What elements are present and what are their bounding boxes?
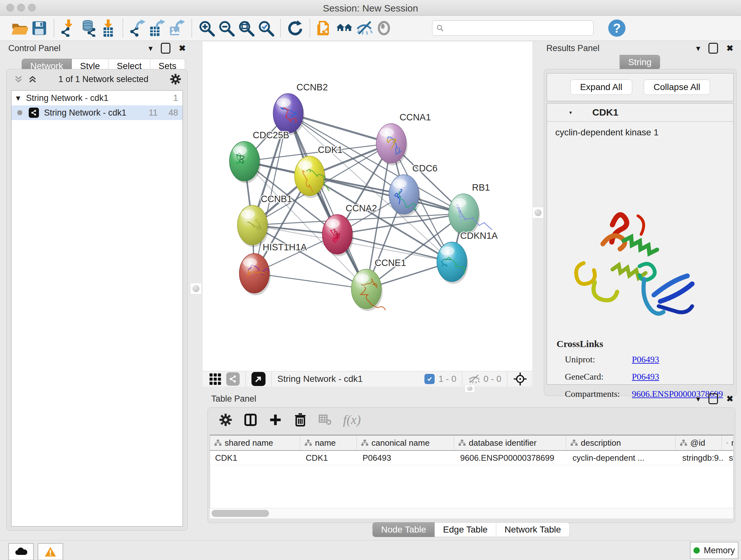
- column-header-description[interactable]: description: [566, 435, 676, 450]
- delete-column-trash-icon[interactable]: [293, 413, 307, 427]
- column-header-name[interactable]: name: [300, 435, 357, 450]
- table-cell[interactable]: P06493: [357, 451, 455, 465]
- table-cell[interactable]: stringdb:9...: [677, 451, 724, 465]
- share-view-icon[interactable]: [226, 372, 240, 386]
- export-network-icon[interactable]: [128, 18, 147, 38]
- selected-checkbox-icon[interactable]: [424, 374, 434, 384]
- column-header--id[interactable]: @id: [676, 435, 722, 450]
- tree-expanded-icon[interactable]: ▾: [16, 93, 20, 103]
- network-options-gear-icon[interactable]: [170, 73, 182, 85]
- warning-status-button[interactable]: [38, 543, 63, 560]
- table-options-gear-icon[interactable]: [219, 413, 232, 427]
- grid-view-icon[interactable]: [208, 372, 222, 386]
- gene-description: cyclin-dependent kinase 1: [547, 122, 733, 138]
- close-results-icon[interactable]: ✖: [726, 44, 733, 53]
- export-table-icon[interactable]: [147, 18, 167, 38]
- table-cell[interactable]: stringdb: [724, 451, 734, 465]
- fit-selected-crosshair-icon[interactable]: [513, 372, 527, 386]
- collapse-panel-icon[interactable]: ▾: [148, 44, 152, 53]
- network-edge[interactable]: [254, 273, 366, 289]
- network-view-canvas[interactable]: CCNB2 CCNA1 CDC25B CDK1 CDC6 RB1 CCNB1: [203, 42, 532, 371]
- show-eye-icon[interactable]: [374, 18, 394, 38]
- collapse-results-icon[interactable]: ▾: [696, 44, 700, 53]
- homes-icon[interactable]: [334, 18, 354, 38]
- zoom-out-icon[interactable]: [216, 18, 236, 38]
- column-type-icon: [459, 440, 466, 446]
- table-cell[interactable]: 9606.ENSP00000378699: [455, 451, 567, 465]
- show-columns-icon[interactable]: [244, 413, 258, 427]
- table-cell[interactable]: CDK1: [300, 451, 357, 465]
- network-node-CCNE1[interactable]: CCNE1: [351, 258, 406, 311]
- network-tab-pane: 1 of 1 Network selected ▾ String Network…: [6, 69, 188, 531]
- zoom-in-icon[interactable]: [197, 18, 216, 38]
- search-input[interactable]: [444, 23, 590, 34]
- collapse-all-button[interactable]: Collapse All: [644, 79, 710, 95]
- import-table-icon[interactable]: [98, 18, 118, 38]
- search-icon: [436, 24, 444, 32]
- network-node-HIST1H1A[interactable]: HIST1H1A: [239, 242, 307, 295]
- collapse-all-networks-icon[interactable]: [28, 74, 37, 84]
- left-splitter-handle[interactable]: [190, 283, 202, 294]
- column-header-database-identifier[interactable]: database identifier: [454, 435, 566, 450]
- float-results-icon[interactable]: [709, 43, 718, 54]
- help-button[interactable]: ?: [608, 19, 625, 37]
- collapse-table-icon[interactable]: ▾: [696, 394, 700, 404]
- tab-network-table[interactable]: Network Table: [496, 522, 569, 537]
- table-cell[interactable]: CDK1: [210, 451, 300, 465]
- node-label: CCNA2: [346, 203, 377, 213]
- search-box[interactable]: [432, 20, 594, 36]
- right-splitter-handle[interactable]: [532, 207, 544, 219]
- table-row[interactable]: CDK1CDK1P064939606.ENSP00000378699cyclin…: [210, 451, 733, 465]
- export-image-icon[interactable]: [167, 18, 187, 38]
- crosslink-label: GeneCard:: [565, 372, 632, 382]
- table-body: CDK1CDK1P064939606.ENSP00000378699cyclin…: [210, 451, 733, 465]
- column-header-namespace[interactable]: namespace: [722, 435, 734, 450]
- refresh-icon[interactable]: [285, 18, 305, 38]
- network-edge[interactable]: [288, 113, 366, 289]
- network-edge[interactable]: [310, 176, 464, 213]
- network-row[interactable]: String Network - cdk1 11 48: [11, 105, 183, 120]
- cloud-status-button[interactable]: [8, 543, 34, 560]
- import-database-icon[interactable]: [78, 18, 98, 38]
- horizontal-scrollbar[interactable]: [210, 508, 733, 518]
- crosslinks-title: CrossLinks: [556, 338, 603, 349]
- expand-all-button[interactable]: Expand All: [570, 79, 632, 95]
- main-toolbar: ?: [0, 16, 741, 41]
- table-panel: Table Panel ▾ ✖: [204, 393, 738, 539]
- tab-node-table[interactable]: Node Table: [373, 522, 434, 537]
- import-network-icon[interactable]: [59, 18, 78, 38]
- section-expanded-icon[interactable]: ▾: [569, 110, 572, 116]
- bottom-splitter-handle[interactable]: [465, 385, 475, 392]
- crosslink-value-link[interactable]: P06493: [632, 354, 659, 365]
- table-cell[interactable]: cyclin-dependent ...: [567, 451, 677, 465]
- network-node-CDKN1A[interactable]: CDKN1A: [437, 231, 498, 284]
- zoom-selected-icon[interactable]: [256, 18, 276, 38]
- expand-all-networks-icon[interactable]: [14, 74, 23, 84]
- close-table-icon[interactable]: ✖: [726, 394, 733, 404]
- tab-string[interactable]: String: [619, 55, 660, 70]
- network-node-CDC6[interactable]: CDC6: [389, 163, 437, 216]
- document-share-icon[interactable]: [315, 18, 334, 38]
- network-collection-label: String Network - cdk1: [26, 93, 173, 103]
- float-table-icon[interactable]: [709, 393, 718, 404]
- column-header-shared-name[interactable]: shared name: [210, 435, 300, 450]
- open-folder-icon[interactable]: [10, 18, 29, 38]
- close-panel-icon[interactable]: ✖: [179, 44, 186, 53]
- hide-eye-icon[interactable]: [354, 18, 374, 38]
- crosslink-value-link[interactable]: P06493: [632, 372, 659, 382]
- network-node-CCNB2[interactable]: CCNB2: [273, 82, 328, 135]
- float-panel-icon[interactable]: [161, 43, 171, 54]
- tab-edge-table[interactable]: Edge Table: [434, 522, 496, 537]
- create-column-plus-icon[interactable]: [268, 413, 282, 427]
- memory-button[interactable]: Memory: [690, 542, 738, 559]
- scrollbar-thumb[interactable]: [212, 510, 269, 517]
- network-collection-row[interactable]: ▾ String Network - cdk1 1: [11, 91, 183, 105]
- column-header-canonical-name[interactable]: canonical name: [357, 435, 454, 450]
- zoom-fit-icon[interactable]: [236, 18, 256, 38]
- open-in-new-window-icon[interactable]: [252, 372, 266, 386]
- node-label: CDC6: [412, 163, 437, 173]
- control-panel-title: Control Panel: [8, 44, 61, 53]
- save-icon[interactable]: [29, 18, 49, 38]
- network-node-CCNA1[interactable]: CCNA1: [376, 112, 431, 165]
- network-node-RB1[interactable]: RB1: [449, 182, 492, 236]
